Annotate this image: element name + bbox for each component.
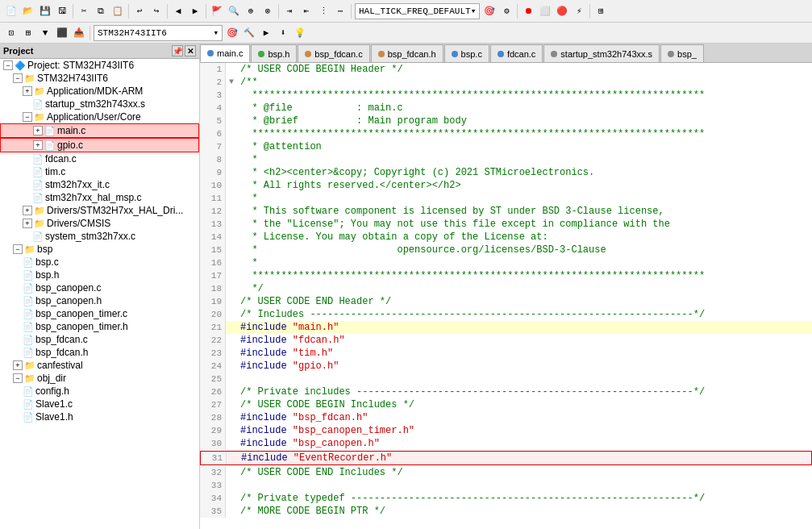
paste-icon[interactable]: 📋 <box>110 3 126 19</box>
tree-item-system[interactable]: 📄 system_stm32h7xx.c <box>0 230 199 243</box>
expander-main-c[interactable]: + <box>33 126 43 135</box>
expander-bsp[interactable]: − <box>13 244 23 254</box>
tree-item-drivers-cmsis[interactable]: + 📁 Drivers/CMSIS <box>0 217 199 230</box>
tree-item-bsp-fdcan-c[interactable]: 📄 bsp_fdcan.c <box>0 333 199 346</box>
line-num-6: 6 <box>200 127 226 140</box>
expander-drivers-stm32[interactable]: + <box>23 206 32 215</box>
forward-icon[interactable]: ▶ <box>187 3 203 19</box>
debug-icon[interactable]: 🔴 <box>554 3 570 19</box>
tree-item-startup[interactable]: 📄 startup_stm32h743xx.s <box>0 98 199 110</box>
tb2-download-icon[interactable]: ⬇ <box>275 25 291 41</box>
pin-icon[interactable]: 📌 <box>172 45 183 56</box>
tab-bsp-c[interactable]: bsp.c <box>444 44 489 62</box>
format-icon[interactable]: ⋮ <box>315 3 331 19</box>
flash-icon[interactable]: ⚡ <box>571 3 587 19</box>
tree-item-stm32h743[interactable]: − 📁 STM32H743IIT6 <box>0 72 199 85</box>
tb2-icon1[interactable]: ⊡ <box>3 25 19 41</box>
freq-dropdown[interactable]: HAL_TICK_FREQ_DEFAULT ▾ <box>355 3 480 19</box>
tree-item-config-h[interactable]: 📄 config.h <box>0 385 199 398</box>
tab-bsp2[interactable]: bsp_ <box>660 44 704 62</box>
tree-item-app-mdk[interactable]: + 📁 Application/MDK-ARM <box>0 85 199 98</box>
line-content-23: #include "tim.h" <box>237 347 333 360</box>
expander-app-user[interactable]: − <box>23 112 32 122</box>
close-panel-icon[interactable]: ✕ <box>185 45 196 56</box>
tab-bsp-fdcan-h[interactable]: bsp_fdcan.h <box>371 44 443 62</box>
new-file-icon[interactable]: 📄 <box>3 3 19 19</box>
line-num-13: 13 <box>200 218 226 231</box>
tab-startup[interactable]: startup_stm32h743xx.s <box>543 44 660 62</box>
tb2-target-icon[interactable]: 🎯 <box>224 25 240 41</box>
search-files-icon[interactable]: 🔍 <box>226 3 242 19</box>
tree-item-project-root[interactable]: − 🔷 Project: STM32H743IIT6 <box>0 59 199 72</box>
search2-icon[interactable]: ⊕ <box>243 3 259 19</box>
expander-app-mdk[interactable]: + <box>23 86 32 96</box>
tab-bsp-h[interactable]: bsp.h <box>251 44 297 62</box>
settings-icon[interactable]: ⚙ <box>498 3 514 19</box>
tree-item-gpio-c[interactable]: + 📄 gpio.c <box>0 138 199 152</box>
tree-item-slave1-c[interactable]: 📄 Slave1.c <box>0 398 199 410</box>
tree-item-bsp-canopen-timer-c[interactable]: 📄 bsp_canopen_timer.c <box>0 307 199 320</box>
tab-bsp-fdcan-c[interactable]: bsp_fdcan.c <box>298 44 369 62</box>
project-icon: 🔷 <box>15 60 26 71</box>
tree-item-slave1-h[interactable]: 📄 Slave1.h <box>0 410 199 423</box>
tree-item-bsp-c[interactable]: 📄 bsp.c <box>0 256 199 269</box>
back-icon[interactable]: ◀ <box>170 3 186 19</box>
code-line-15: 15 * opensource.org/licenses/BSD-3-Claus… <box>200 244 812 256</box>
line-num-24: 24 <box>200 360 226 373</box>
undo-icon[interactable]: ↩ <box>131 3 148 19</box>
indent-icon[interactable]: ⇥ <box>281 3 298 19</box>
tb2-icon3[interactable]: ▼ <box>37 25 53 41</box>
expander-drivers-cmsis[interactable]: + <box>23 219 32 228</box>
tb2-build-icon[interactable]: 🔨 <box>241 25 257 41</box>
tree-item-bsp-h[interactable]: 📄 bsp.h <box>0 269 199 281</box>
expander-stm32h743[interactable]: − <box>13 73 23 83</box>
tb2-icon2[interactable]: ⊞ <box>20 25 36 41</box>
tree-item-app-user[interactable]: − 📁 Application/User/Core <box>0 110 199 123</box>
tree-item-main-c[interactable]: + 📄 main.c <box>0 123 199 138</box>
tree-item-drivers-stm32[interactable]: + 📁 Drivers/STM32H7xx_HAL_Dri... <box>0 204 199 217</box>
expander-obj-dir[interactable]: − <box>13 373 23 383</box>
tb2-icon5[interactable]: 📥 <box>71 25 87 41</box>
target-dropdown[interactable]: STM32H743IIT6 ▾ <box>94 25 223 41</box>
tree-item-tim-c[interactable]: 📄 tim.c <box>0 165 199 178</box>
tree-item-obj-dir[interactable]: − 📁 obj_dir <box>0 372 199 385</box>
save-icon[interactable]: 💾 <box>37 3 53 19</box>
layout-icon[interactable]: ⊞ <box>593 3 609 19</box>
expander-root[interactable]: − <box>3 60 13 70</box>
tree-item-bsp-canopen-c[interactable]: 📄 bsp_canopen.c <box>0 281 199 294</box>
search3-icon[interactable]: ⊗ <box>260 3 276 19</box>
line-content-8: * <box>237 153 258 166</box>
code-line-28: 28 #include "bsp_fdcan.h" <box>200 411 812 424</box>
tb2-flash-icon[interactable]: 💡 <box>292 25 308 41</box>
code-editor[interactable]: 1 /* USER CODE BEGIN Header */ 2 ▼ /** 3… <box>200 63 812 529</box>
tab-main-c[interactable]: main.c <box>200 44 250 62</box>
line-content-11: * <box>237 192 258 205</box>
tree-item-bsp[interactable]: − 📁 bsp <box>0 243 199 256</box>
tree-item-bsp-fdcan-h[interactable]: 📄 bsp_fdcan.h <box>0 346 199 359</box>
format2-icon[interactable]: ⋯ <box>332 3 348 19</box>
open-folder-icon[interactable]: 📂 <box>20 3 36 19</box>
folder-icon-obj-dir: 📁 <box>24 373 35 384</box>
tree-item-stm32-it[interactable]: 📄 stm32h7xx_it.c <box>0 178 199 191</box>
target-icon[interactable]: 🎯 <box>481 3 498 19</box>
cut-icon[interactable]: ✂ <box>76 3 92 19</box>
unindent-icon[interactable]: ⇤ <box>298 3 314 19</box>
tree-item-hal-msp[interactable]: 📄 stm32h7xx_hal_msp.c <box>0 191 199 204</box>
tree-item-fdcan-c[interactable]: 📄 fdcan.c <box>0 152 199 165</box>
tree-item-canfestival[interactable]: + 📁 canfestival <box>0 359 199 372</box>
run-icon[interactable]: ⏺ <box>520 3 536 19</box>
tab-dot-fdcan-c <box>498 51 504 57</box>
copy-icon[interactable]: ⧉ <box>93 3 109 19</box>
tree-item-bsp-canopen-h[interactable]: 📄 bsp_canopen.h <box>0 294 199 307</box>
tb2-icon4[interactable]: ⬛ <box>54 25 70 41</box>
expander-gpio-c[interactable]: + <box>33 140 43 150</box>
redo-icon[interactable]: ↪ <box>148 3 164 19</box>
bookmark-icon[interactable]: 🚩 <box>209 3 225 19</box>
tb2-debug2-icon[interactable]: ▶ <box>258 25 274 41</box>
tree-item-bsp-canopen-timer-h[interactable]: 📄 bsp_canopen_timer.h <box>0 320 199 333</box>
stop-icon[interactable]: ⬜ <box>537 3 553 19</box>
tab-fdcan-c[interactable]: fdcan.c <box>490 44 543 62</box>
save-all-icon[interactable]: 🖫 <box>54 3 70 19</box>
tree-label: Project: STM32H743IIT6 <box>27 60 134 71</box>
expander-canfestival[interactable]: + <box>13 360 23 370</box>
